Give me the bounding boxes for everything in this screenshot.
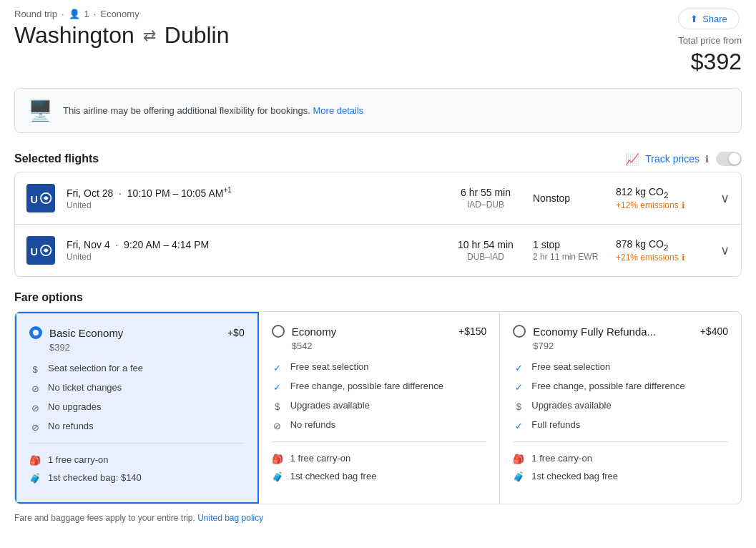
no-change-icon: ⊘ [29, 383, 41, 394]
fare-options-container: Basic Economy +$0 $392 $ Seat selection … [14, 311, 742, 504]
share-icon: ⬆ [690, 14, 698, 24]
cabin-class: Economy [100, 9, 139, 19]
flexibility-icon: 🖥️ [28, 99, 53, 122]
fare-feature: ✓ Free change, possible fare difference [513, 381, 728, 393]
baggage-item: 🎒 1 free carry-on [272, 452, 487, 464]
fare-feature: ⊘ No refunds [272, 419, 487, 431]
fare-card-basic-economy[interactable]: Basic Economy +$0 $392 $ Seat selection … [15, 312, 259, 504]
fare-feature: $ Seat selection for a fee [29, 363, 245, 375]
no-refund-icon: ⊘ [29, 421, 41, 433]
flight-row[interactable]: U Fri, Oct 28 · 10:10 PM – 10:05 AM+1 Un… [15, 172, 741, 225]
fare-extra-economy-refund: +$400 [700, 326, 728, 337]
baggage-item: 🧳 1st checked bag free [272, 470, 487, 482]
total-price: $392 [678, 49, 742, 75]
checked-bag-icon: 🧳 [272, 471, 283, 482]
fare-price-economy: $542 [272, 341, 487, 351]
fare-feature: $ Upgrades available [272, 400, 487, 412]
flight-1-emissions: 812 kg CO2 +12% emissions ℹ [616, 186, 709, 211]
destination-city: Dublin [165, 22, 230, 49]
fare-feature: ✓ Full refunds [513, 419, 728, 431]
flight-2-datetime: Fri, Nov 4 · 9:20 AM – 4:14 PM [67, 239, 438, 250]
trip-meta: Round trip · 👤 1 · Economy [14, 9, 230, 19]
flight-1-expand-icon[interactable]: ∨ [720, 190, 730, 206]
fare-radio-basic-economy[interactable] [29, 326, 42, 339]
track-prices-button[interactable]: 📈 Track prices ℹ [625, 152, 709, 166]
airline-logo: U [26, 184, 55, 212]
track-prices-toggle[interactable] [716, 152, 742, 166]
fare-extra-economy: +$150 [458, 326, 486, 337]
flight-1-duration: 6 hr 55 min IAD–DUB [450, 187, 521, 210]
fare-extra-basic-economy: +$0 [227, 327, 245, 338]
fare-card-economy-refund[interactable]: Economy Fully Refunda... +$400 $792 ✓ Fr… [500, 312, 741, 504]
fare-price-basic-economy: $392 [29, 342, 245, 353]
track-prices-label: Track prices [645, 153, 699, 165]
dollar-icon: $ [29, 363, 41, 375]
fare-feature: ⊘ No refunds [29, 421, 245, 433]
flight-2-airline: United [67, 252, 438, 262]
check-icon: ✓ [272, 362, 283, 373]
svg-text:U: U [31, 246, 38, 258]
fare-feature: ✓ Free change, possible fare difference [272, 381, 487, 393]
more-details-link[interactable]: More details [313, 105, 364, 116]
carry-on-icon: 🎒 [29, 454, 41, 466]
baggage-item: 🧳 1st checked bag: $140 [29, 471, 245, 484]
fare-name-economy-refund: Economy Fully Refunda... [533, 326, 692, 338]
fare-feature: ⊘ No upgrades [29, 401, 245, 414]
flight-2-emissions: 878 kg CO2 +21% emissions ℹ [616, 238, 709, 263]
no-upgrade-icon: ⊘ [29, 402, 41, 414]
bag-policy-link[interactable]: United bag policy [197, 513, 263, 523]
trip-type: Round trip [14, 9, 57, 19]
selected-flights-header: Selected flights 📈 Track prices ℹ [0, 140, 756, 172]
baggage-section: 🎒 1 free carry-on 🧳 1st checked bag free [513, 441, 728, 482]
person-icon: 👤 [69, 9, 80, 19]
svg-text:U: U [31, 194, 38, 205]
route-arrow-icon: ⇄ [143, 26, 156, 45]
trip-route: Washington ⇄ Dublin [14, 22, 230, 49]
fare-options-title: Fare options [0, 277, 756, 311]
airline-logo: U [26, 236, 55, 265]
passenger-count: 1 [84, 9, 89, 19]
dollar-icon: $ [272, 401, 283, 412]
price-label: Total price from [678, 35, 742, 46]
origin-city: Washington [14, 22, 134, 49]
flight-1-details: Fri, Oct 28 · 10:10 PM – 10:05 AM+1 Unit… [67, 186, 438, 210]
check-icon: ✓ [272, 381, 283, 393]
emissions-info-icon[interactable]: ℹ [682, 253, 685, 263]
fare-name-basic-economy: Basic Economy [49, 327, 220, 339]
fare-radio-economy[interactable] [272, 325, 285, 338]
footer-note: Fare and baggage fees apply to your enti… [0, 504, 756, 532]
banner-text: This airline may be offering additional … [63, 105, 363, 116]
baggage-section: 🎒 1 free carry-on 🧳 1st checked bag free [272, 441, 487, 482]
emissions-info-icon[interactable]: ℹ [682, 200, 685, 210]
fare-radio-economy-refund[interactable] [513, 325, 526, 338]
fare-feature: ⊘ No ticket changes [29, 382, 245, 394]
baggage-section: 🎒 1 free carry-on 🧳 1st checked bag: $14… [29, 443, 245, 484]
check-icon: ✓ [513, 381, 524, 393]
fare-card-economy[interactable]: Economy +$150 $542 ✓ Free seat selection… [259, 312, 501, 504]
fare-price-economy-refund: $792 [513, 341, 728, 351]
flight-2-stops: 1 stop 2 hr 11 min EWR [533, 239, 604, 262]
flight-1-airline: United [67, 200, 438, 210]
flight-2-duration: 10 hr 54 min DUB–IAD [450, 239, 521, 262]
checked-bag-icon: 🧳 [513, 471, 524, 482]
baggage-item: 🧳 1st checked bag free [513, 470, 728, 482]
flight-row[interactable]: U Fri, Nov 4 · 9:20 AM – 4:14 PM United … [15, 225, 741, 276]
track-prices-icon: 📈 [625, 152, 639, 166]
check-icon: ✓ [513, 420, 524, 431]
track-prices-info-icon[interactable]: ℹ [705, 154, 709, 165]
dollar-icon: $ [513, 401, 524, 412]
fare-name-economy: Economy [292, 326, 451, 338]
share-button[interactable]: ⬆ Share [678, 9, 740, 29]
baggage-item: 🎒 1 free carry-on [513, 452, 728, 464]
fare-feature: $ Upgrades available [513, 400, 728, 412]
check-icon: ✓ [513, 362, 524, 373]
baggage-item: 🎒 1 free carry-on [29, 454, 245, 466]
flight-2-expand-icon[interactable]: ∨ [720, 243, 730, 258]
flight-2-details: Fri, Nov 4 · 9:20 AM – 4:14 PM United [67, 239, 438, 262]
flights-container: U Fri, Oct 28 · 10:10 PM – 10:05 AM+1 Un… [14, 172, 742, 277]
selected-flights-title: Selected flights [14, 152, 99, 165]
share-label: Share [702, 14, 727, 24]
flexibility-banner: 🖥️ This airline may be offering addition… [14, 88, 742, 133]
flight-1-datetime: Fri, Oct 28 · 10:10 PM – 10:05 AM+1 [67, 186, 438, 199]
checked-bag-icon: 🧳 [29, 472, 41, 484]
